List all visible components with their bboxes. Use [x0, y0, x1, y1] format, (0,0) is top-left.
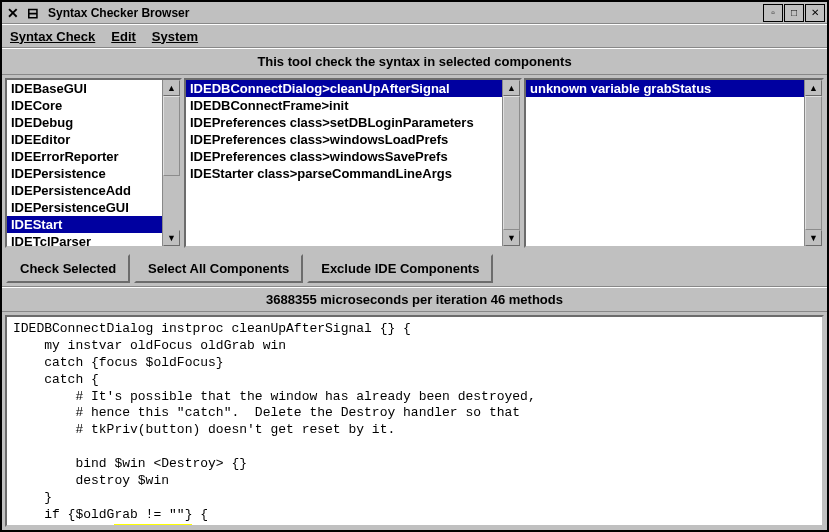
- scroll-thumb[interactable]: [805, 96, 822, 230]
- code-line: IDEDBConnectDialog instproc cleanUpAfter…: [13, 321, 411, 336]
- code-line: bind $win <Destroy> {}: [13, 456, 247, 471]
- menu-edit[interactable]: Edit: [111, 29, 136, 44]
- list-item[interactable]: IDEDBConnectFrame>init: [186, 97, 502, 114]
- list-item[interactable]: IDETclParser: [7, 233, 162, 246]
- list-item[interactable]: IDEPersistence: [7, 165, 162, 182]
- list-item[interactable]: unknown variable grabStatus: [526, 80, 804, 97]
- titlebar: ✕ ⊟ Syntax Checker Browser ▫ □ ✕: [2, 2, 827, 24]
- code-line: if {$: [13, 524, 114, 527]
- list-item[interactable]: IDEStarter class>parseCommandLineArgs: [186, 165, 502, 182]
- menu-syntax-check[interactable]: Syntax Check: [10, 29, 95, 44]
- list-item[interactable]: IDEPersistenceAdd: [7, 182, 162, 199]
- minimize-button[interactable]: ▫: [763, 4, 783, 22]
- scroll-down-icon[interactable]: ▼: [503, 230, 520, 246]
- list-item[interactable]: IDEPersistenceGUI: [7, 199, 162, 216]
- maximize-button[interactable]: □: [784, 4, 804, 22]
- header-label: This tool check the syntax in selected c…: [2, 48, 827, 75]
- code-line: == "global"} {: [192, 524, 309, 527]
- list-item[interactable]: IDEStart: [7, 216, 162, 233]
- check-selected-button[interactable]: Check Selected: [6, 254, 130, 283]
- list-item[interactable]: IDEDBConnectDialog>cleanUpAfterSignal: [186, 80, 502, 97]
- scroll-up-icon[interactable]: ▲: [163, 80, 180, 96]
- list-item[interactable]: IDEDebug: [7, 114, 162, 131]
- scroll-down-icon[interactable]: ▼: [163, 230, 180, 246]
- app-window: ✕ ⊟ Syntax Checker Browser ▫ □ ✕ Syntax …: [0, 0, 829, 532]
- menubar: Syntax Check Edit System: [2, 24, 827, 48]
- scrollbar[interactable]: ▲ ▼: [502, 80, 520, 246]
- code-line: # tkPriv(button) doesn't get reset by it…: [13, 422, 395, 437]
- code-line: catch {: [13, 372, 99, 387]
- list-item[interactable]: IDEBaseGUI: [7, 80, 162, 97]
- code-line: destroy $win: [13, 473, 169, 488]
- list-item[interactable]: IDEPreferences class>setDBLoginParameter…: [186, 114, 502, 131]
- code-line: my instvar oldFocus oldGrab win: [13, 338, 286, 353]
- code-line: }: [13, 490, 52, 505]
- code-viewer[interactable]: IDEDBConnectDialog instproc cleanUpAfter…: [5, 315, 824, 527]
- window-title: Syntax Checker Browser: [44, 6, 762, 20]
- list-item[interactable]: IDECore: [7, 97, 162, 114]
- scroll-down-icon[interactable]: ▼: [805, 230, 822, 246]
- list-item[interactable]: IDEPreferences class>windowsLoadPrefs: [186, 131, 502, 148]
- code-line: # hence this "catch". Delete the Destroy…: [13, 405, 520, 420]
- scroll-thumb[interactable]: [503, 96, 520, 230]
- list-item[interactable]: IDEEditor: [7, 131, 162, 148]
- scrollbar[interactable]: ▲ ▼: [804, 80, 822, 246]
- exclude-ide-button[interactable]: Exclude IDE Components: [307, 254, 493, 283]
- system-menu-icon[interactable]: ✕: [4, 4, 22, 22]
- code-line: catch {focus $oldFocus}: [13, 355, 224, 370]
- three-column-area: IDEBaseGUI IDECore IDEDebug IDEEditor ID…: [2, 75, 827, 251]
- pin-icon[interactable]: ⊟: [24, 4, 42, 22]
- status-label: 3688355 microseconds per iteration 46 me…: [2, 287, 827, 312]
- code-line: # It's possible that the window has alre…: [13, 389, 536, 404]
- scroll-up-icon[interactable]: ▲: [805, 80, 822, 96]
- scroll-thumb[interactable]: [163, 96, 180, 176]
- close-button[interactable]: ✕: [805, 4, 825, 22]
- methods-listbox[interactable]: IDEDBConnectDialog>cleanUpAfterSignal ID…: [184, 78, 522, 248]
- highlighted-variable: grabStatus: [114, 524, 192, 527]
- components-listbox[interactable]: IDEBaseGUI IDECore IDEDebug IDEEditor ID…: [5, 78, 182, 248]
- list-item[interactable]: IDEPreferences class>windowsSavePrefs: [186, 148, 502, 165]
- select-all-button[interactable]: Select All Components: [134, 254, 303, 283]
- scrollbar[interactable]: ▲ ▼: [162, 80, 180, 246]
- button-bar: Check Selected Select All Components Exc…: [2, 251, 827, 287]
- scroll-up-icon[interactable]: ▲: [503, 80, 520, 96]
- code-line: if {$oldGrab != ""} {: [13, 507, 208, 522]
- list-item[interactable]: IDEErrorReporter: [7, 148, 162, 165]
- menu-system[interactable]: System: [152, 29, 198, 44]
- errors-listbox[interactable]: unknown variable grabStatus ▲ ▼: [524, 78, 824, 248]
